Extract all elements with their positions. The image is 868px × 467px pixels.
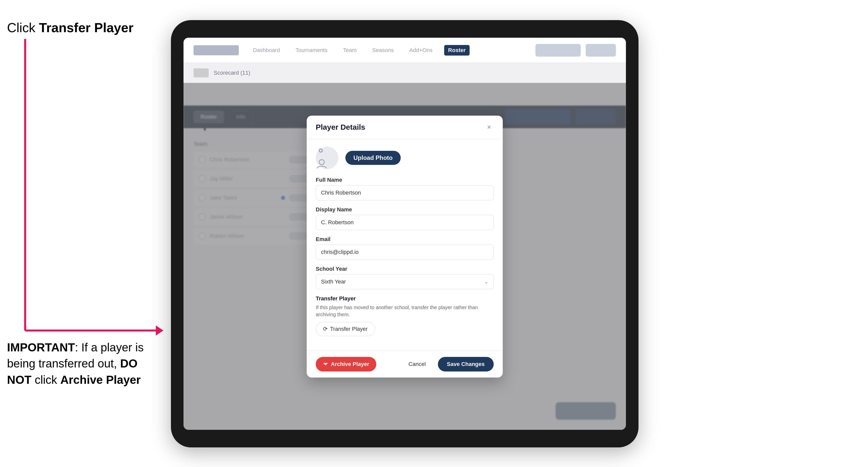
modal-body: ⚬ Upload Photo Full [307, 139, 503, 351]
school-year-select[interactable]: Sixth Year ⌄ [316, 274, 494, 289]
nav-items: Dashboard Tournaments Team Seasons Add+O… [249, 45, 525, 56]
display-name-label: Display Name [316, 206, 494, 213]
archive-player-button[interactable]: ⏷ Archive Player [316, 357, 376, 372]
transfer-btn-label: Transfer Player [330, 326, 368, 332]
svg-point-3 [319, 160, 324, 165]
tablet-screen: Dashboard Tournaments Team Seasons Add+O… [184, 38, 626, 430]
instruction-bold: Transfer Player [39, 20, 133, 35]
full-name-input[interactable] [316, 185, 494, 200]
archive-btn-label: Archive Player [331, 361, 369, 368]
display-name-input[interactable] [316, 215, 494, 230]
transfer-section-title: Transfer Player [316, 295, 494, 302]
instruction-text2: click [31, 373, 60, 386]
modal-header: Player Details × [307, 116, 503, 139]
school-year-label: School Year [316, 266, 494, 272]
nav-dashboard[interactable]: Dashboard [249, 45, 284, 56]
instruction-important: IMPORTANT [7, 341, 75, 354]
email-input[interactable] [316, 245, 494, 260]
nav-seasons[interactable]: Seasons [368, 45, 398, 56]
app-bar-right [535, 44, 616, 57]
modal-close-button[interactable]: × [485, 123, 494, 132]
email-group: Email [316, 236, 494, 260]
tablet-device: Dashboard Tournaments Team Seasons Add+O… [171, 20, 639, 447]
app-logo [193, 45, 239, 55]
upload-photo-button[interactable]: Upload Photo [345, 151, 401, 165]
nav-team[interactable]: Team [339, 45, 361, 56]
modal-footer: ⏷ Archive Player Cancel Save Changes [307, 351, 503, 377]
full-name-label: Full Name [316, 177, 494, 183]
avatar: ⚬ [316, 147, 338, 169]
instruction-top: Click Transfer Player [7, 20, 133, 35]
sub-bar: Scorecard (11) [184, 63, 626, 83]
nav-tournaments[interactable]: Tournaments [291, 45, 332, 56]
modal-title: Player Details [316, 123, 365, 131]
content-area: Roster Info Update Roster Team: [184, 83, 626, 430]
nav-addons[interactable]: Add+Ons [405, 45, 436, 56]
instruction-bottom: IMPORTANT: If a player is being transfer… [7, 339, 148, 388]
nav-roster[interactable]: Roster [444, 45, 470, 56]
arrow-indicator [12, 39, 163, 348]
full-name-group: Full Name [316, 177, 494, 200]
avatar-area: ⚬ Upload Photo [316, 147, 494, 169]
cancel-button[interactable]: Cancel [401, 357, 433, 372]
instruction-archive: Archive Player [60, 373, 141, 386]
modal-overlay: Player Details × ⚬ [184, 83, 626, 430]
instruction-prefix: Click [7, 20, 39, 35]
school-year-value: Sixth Year [321, 279, 346, 285]
transfer-description: If this player has moved to another scho… [316, 304, 494, 318]
transfer-section: Transfer Player If this player has moved… [316, 295, 494, 336]
email-label: Email [316, 236, 494, 243]
transfer-player-button[interactable]: ⟳ Transfer Player [316, 322, 375, 336]
save-changes-button[interactable]: Save Changes [438, 357, 494, 372]
school-year-group: School Year Sixth Year ⌄ [316, 266, 494, 289]
display-name-group: Display Name [316, 206, 494, 230]
app-bar: Dashboard Tournaments Team Seasons Add+O… [184, 38, 626, 63]
chevron-down-icon: ⌄ [484, 279, 489, 285]
sub-bar-icon [193, 68, 209, 77]
user-icon: ⚬ [316, 144, 338, 173]
user-button[interactable] [535, 44, 581, 57]
player-details-modal: Player Details × ⚬ [307, 116, 503, 377]
svg-marker-2 [156, 325, 163, 336]
archive-icon: ⏷ [323, 361, 328, 368]
app-small-btn[interactable] [586, 44, 616, 57]
breadcrumb: Scorecard (11) [214, 70, 250, 76]
refresh-icon: ⟳ [323, 326, 328, 332]
